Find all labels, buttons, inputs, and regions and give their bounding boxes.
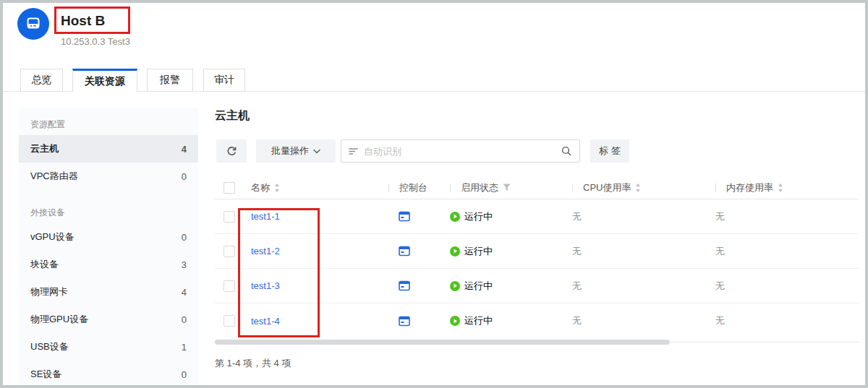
vgpu-count: 0 [182,232,187,243]
status-running-icon [450,281,460,291]
tab-alarm[interactable]: 报警 [147,69,193,92]
row-checkbox[interactable] [224,211,235,223]
column-header-name[interactable]: 名称 [251,181,388,194]
chevron-down-icon [313,149,320,154]
table-row: test1-2 运行中 无 无 [215,234,859,269]
row-checkbox[interactable] [224,315,235,327]
tab-audit[interactable]: 审计 [203,69,245,92]
vpc-router-count: 0 [182,171,187,182]
sidebar-section-resource-config: 资源配置 [19,113,198,135]
memory-usage-value: 无 [715,280,859,293]
filter-funnel-icon[interactable] [503,184,511,191]
search-icon[interactable] [561,145,572,157]
status-running-icon [450,212,460,222]
cpu-usage-value: 无 [572,245,715,258]
cpu-usage-value: 无 [572,280,715,293]
status-running-icon [450,316,460,326]
physical-nic-count: 4 [182,287,187,298]
cpu-usage-value: 无 [572,210,715,223]
refresh-button[interactable] [216,139,247,163]
console-icon[interactable] [399,246,410,256]
tab-related-resources[interactable]: 关联资源 [72,69,137,92]
vm-name-link[interactable]: test1-4 [251,316,280,327]
table-row: test1-4 运行中 无 无 [215,303,859,338]
table-row: test1-1 运行中 无 无 [215,199,859,234]
column-divider [388,184,389,192]
column-header-memory[interactable]: 内存使用率 [715,181,859,194]
console-icon[interactable] [399,211,410,222]
column-header-console: 控制台 [388,181,450,194]
vm-count: 4 [182,144,187,155]
tab-overview[interactable]: 总览 [20,69,63,92]
column-divider [450,184,451,192]
status-label: 运行中 [464,210,493,223]
sidebar-gap [19,190,198,202]
host-ip-and-cluster: 10.253.0.3 Test3 [61,36,130,47]
table-header: 名称 控制台 启用状态 CPU使用率 内存使用率 [215,176,859,199]
row-checkbox[interactable] [224,246,235,257]
filter-lines-icon [349,147,358,155]
table-row: test1-3 运行中 无 无 [215,269,859,303]
physical-gpu-count: 0 [182,314,187,325]
vm-name-link[interactable]: test1-1 [251,211,280,222]
sidebar-item-vgpu[interactable]: vGPU设备 0 [19,223,198,251]
usb-count: 1 [182,342,187,353]
host-icon [25,16,41,32]
memory-usage-value: 无 [715,210,859,223]
sort-icon[interactable] [635,183,641,193]
console-icon[interactable] [399,316,410,327]
column-header-state[interactable]: 启用状态 [450,181,572,194]
sidebar-item-se[interactable]: SE设备 0 [19,361,198,388]
status-label: 运行中 [464,280,493,293]
search-input[interactable] [364,146,555,157]
cpu-usage-value: 无 [572,314,715,327]
memory-usage-value: 无 [715,245,859,258]
refresh-icon [226,146,237,157]
sidebar-item-physical-gpu[interactable]: 物理GPU设备 0 [19,306,198,333]
memory-usage-value: 无 [715,314,859,327]
se-count: 0 [182,369,187,380]
resource-sidebar: 资源配置 云主机 4 VPC路由器 0 外接设备 vGPU设备 0 块设备 3 … [19,108,198,388]
column-divider [572,184,573,192]
column-divider [715,184,716,192]
pagination-summary: 第 1-4 项，共 4 项 [215,357,291,370]
section-title-vm: 云主机 [215,108,250,124]
select-all-checkbox[interactable] [224,182,235,194]
sort-icon[interactable] [274,183,280,193]
vm-name-link[interactable]: test1-2 [251,246,280,256]
row-checkbox[interactable] [224,280,235,292]
sidebar-item-usb[interactable]: USB设备 1 [19,333,198,361]
vm-name-link[interactable]: test1-3 [251,280,280,291]
sidebar-section-external-devices: 外接设备 [19,202,198,223]
host-avatar [17,8,49,40]
sort-icon[interactable] [778,183,783,193]
status-running-icon [450,246,460,256]
block-device-count: 3 [182,259,187,270]
horizontal-scrollbar-thumb[interactable] [215,340,670,345]
tag-button[interactable]: 标签 [590,139,629,163]
host-detail-window: Host B 10.253.0.3 Test3 总览 关联资源 报警 审计 资源… [0,0,868,388]
search-box[interactable] [341,139,580,163]
status-label: 运行中 [464,314,493,327]
status-label: 运行中 [464,245,493,258]
sidebar-item-block-device[interactable]: 块设备 3 [19,251,198,278]
page-title: Host B [61,13,105,29]
sidebar-item-physical-nic[interactable]: 物理网卡 4 [19,278,198,306]
column-header-cpu[interactable]: CPU使用率 [572,181,715,194]
sidebar-item-vm[interactable]: 云主机 4 [19,135,198,163]
sidebar-item-vpc-router[interactable]: VPC路由器 0 [19,163,198,190]
batch-actions-button[interactable]: 批量操作 [256,139,336,163]
console-icon[interactable] [399,280,410,291]
